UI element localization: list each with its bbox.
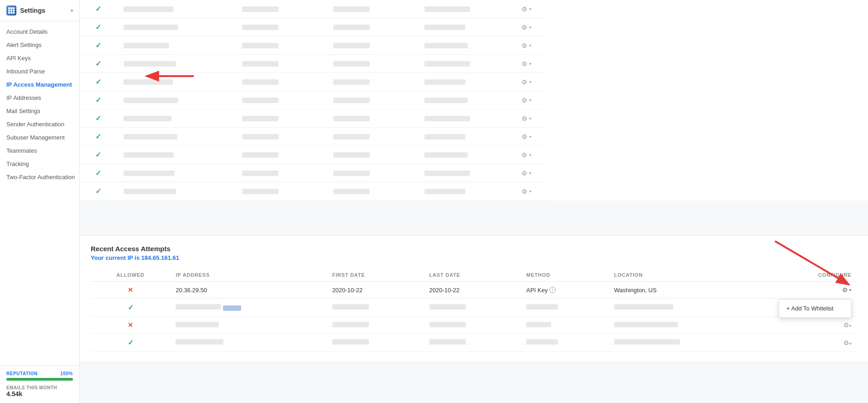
row6-config: ⚙▾	[508, 91, 545, 109]
reputation-bar	[6, 378, 73, 381]
sidebar-footer: REPUTATION 100% EMAILS THIS MONTH 4.54k	[0, 365, 79, 403]
row7-config: ⚙▾	[508, 109, 545, 128]
row1-method-cell: API Key i	[521, 282, 608, 299]
svg-rect-8	[13, 12, 15, 14]
row5-ip: blurred	[116, 73, 235, 91]
row4-first: blurred	[235, 55, 326, 73]
row4-allowed-cell: ✓	[91, 334, 170, 352]
sidebar-item-inbound-parse[interactable]: Inbound Parse	[0, 65, 79, 78]
row2-last: blurred	[326, 18, 417, 36]
row1-first: blurred	[235, 0, 326, 18]
row3-first: blurred	[235, 36, 326, 55]
row5-allowed: ✓	[80, 73, 116, 91]
row3-allowed-cell: ✕	[91, 317, 170, 334]
sidebar-title: Settings	[20, 7, 45, 14]
main-content: ✓ blurred blurred blurred blurred ⚙▾ ✓ b…	[80, 0, 868, 403]
row10-config: ⚙▾	[508, 164, 545, 182]
row7-allowed: ✓	[80, 109, 116, 128]
page-wrapper: ✓ blurred blurred blurred blurred ⚙▾ ✓ b…	[80, 0, 868, 403]
sidebar-item-two-factor[interactable]: Two-Factor Authentication	[0, 170, 79, 184]
chevron-down-icon: ▾	[71, 8, 73, 13]
row4-location: blurred	[417, 55, 508, 73]
row4-ip-cell: b	[170, 334, 326, 352]
svg-rect-2	[13, 7, 15, 9]
row1-last: blurred	[326, 0, 417, 18]
recent-access-subtitle: Your current IP is 184.65.161.61	[91, 254, 857, 261]
denied-icon: ✕	[128, 321, 133, 329]
recent-access-title: Recent Access Attempts	[91, 245, 857, 253]
chevron-down-icon[interactable]: ▾	[849, 288, 852, 292]
access-row-4: ✓ b b b b b ⚙▾	[91, 334, 857, 352]
allowed-icon: ✓	[128, 304, 134, 311]
row9-last: blurred	[326, 146, 417, 164]
row11-config: ⚙▾	[508, 182, 545, 201]
sidebar-header[interactable]: Settings ▾	[0, 0, 79, 21]
svg-rect-7	[10, 12, 12, 14]
row10-first: blurred	[235, 164, 326, 182]
row1-location: blurred	[417, 0, 508, 18]
row11-allowed: ✓	[80, 182, 116, 201]
col-last-date: LAST DATE	[424, 269, 521, 282]
row1-ip-cell: 20.36.29.50	[170, 282, 326, 299]
row3-last-cell: b	[424, 317, 521, 334]
upper-table-section: ✓ blurred blurred blurred blurred ⚙▾ ✓ b…	[80, 0, 868, 228]
sidebar-item-subuser-management[interactable]: Subuser Management	[0, 131, 79, 144]
row3-first-cell: b	[327, 317, 424, 334]
row2-location: blurred	[417, 18, 508, 36]
row2-location-cell: b	[609, 299, 766, 317]
sidebar-item-ip-addresses[interactable]: IP Addresses	[0, 91, 79, 104]
row9-ip: blurred	[116, 146, 235, 164]
row9-allowed: ✓	[80, 146, 116, 164]
row7-first: blurred	[235, 109, 326, 128]
row6-first: blurred	[235, 91, 326, 109]
sidebar-item-ip-access-management[interactable]: IP Access Management	[0, 78, 79, 91]
allowed-icon: ✓	[128, 339, 134, 346]
current-ip: 184.65.161.61	[141, 254, 179, 261]
row9-location: blurred	[417, 146, 508, 164]
row4-method-cell: b	[521, 334, 608, 352]
configure-dropdown[interactable]: ⚙ ▾ + Add To Whitelist	[842, 286, 852, 294]
svg-rect-0	[8, 7, 10, 9]
add-to-whitelist-item[interactable]: + Add To Whitelist	[779, 301, 851, 315]
sidebar-item-sender-authentication[interactable]: Sender Authentication	[0, 118, 79, 131]
row6-location: blurred	[417, 91, 508, 109]
row11-location: blurred	[417, 182, 508, 201]
row3-config-cell: ⚙▾	[766, 317, 857, 334]
configure-dropdown-menu: + Add To Whitelist	[779, 299, 852, 318]
info-icon[interactable]: i	[549, 287, 556, 293]
col-ip: IP ADDRESS	[170, 269, 326, 282]
recent-access-section: Recent Access Attempts Your current IP i…	[80, 235, 868, 361]
sidebar-item-account-details[interactable]: Account Details	[0, 25, 79, 38]
col-configure: CONFIGURE	[766, 269, 857, 282]
settings-icon	[6, 5, 16, 16]
row5-first: blurred	[235, 73, 326, 91]
row1-first-cell: 2020-10-22	[327, 282, 424, 299]
row3-method-cell: b	[521, 317, 608, 334]
row7-location: blurred	[417, 109, 508, 128]
sidebar-item-api-keys[interactable]: API Keys	[0, 52, 79, 65]
row2-first: blurred	[235, 18, 326, 36]
sidebar-item-alert-settings[interactable]: Alert Settings	[0, 38, 79, 52]
access-row-3: ✕ b b b b b ⚙▾	[91, 317, 857, 334]
sidebar-item-mail-settings[interactable]: Mail Settings	[0, 104, 79, 118]
row10-allowed: ✓	[80, 164, 116, 182]
reputation-label: REPUTATION 100%	[6, 371, 73, 376]
row10-last: blurred	[326, 164, 417, 182]
row6-ip: blurred	[116, 91, 235, 109]
sidebar-item-tracking[interactable]: Tracking	[0, 157, 79, 170]
sidebar-nav: Account Details Alert Settings API Keys …	[0, 21, 79, 365]
sidebar-item-teammates[interactable]: Teammates	[0, 144, 79, 157]
row2-ip: blurred	[116, 18, 235, 36]
reputation-fill	[6, 378, 73, 381]
row11-first: blurred	[235, 182, 326, 201]
row2-ip-cell: b	[170, 299, 326, 317]
row5-config: ⚙▾	[508, 73, 545, 91]
row6-allowed: ✓	[80, 91, 116, 109]
row1-location-cell: Washington, US	[609, 282, 766, 299]
gear-icon[interactable]: ⚙	[842, 286, 848, 294]
row2-method-cell: b	[521, 299, 608, 317]
row10-location: blurred	[417, 164, 508, 182]
svg-rect-1	[10, 7, 12, 9]
col-method: METHOD	[521, 269, 608, 282]
row2-first-cell: b	[327, 299, 424, 317]
